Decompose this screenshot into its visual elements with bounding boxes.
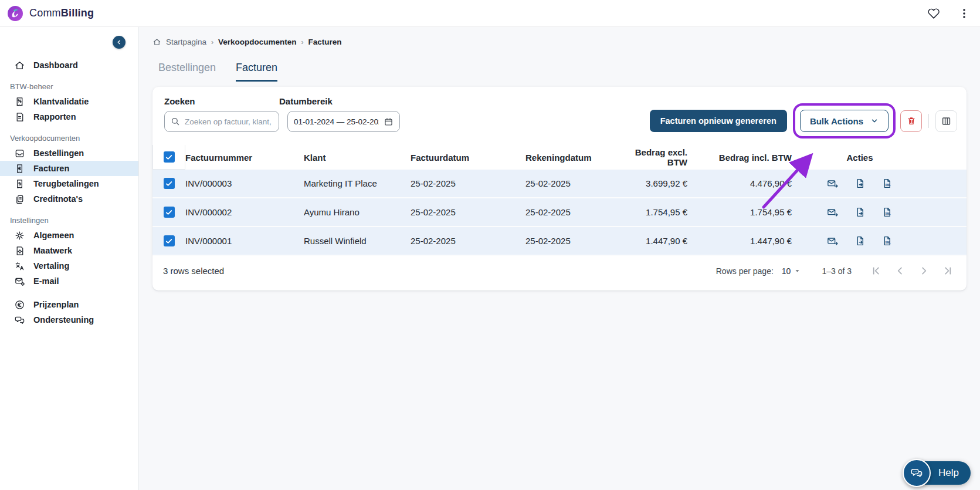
svg-text:XML: XML [885, 184, 891, 187]
cell-invoice-number: INV/000002 [185, 207, 304, 217]
sidebar-item-creditnotas[interactable]: Creditnota's [0, 191, 138, 207]
last-page-icon [942, 265, 954, 276]
file-export-icon [854, 235, 866, 246]
select-all-checkbox[interactable] [164, 151, 175, 163]
cell-client: Ayumu Hirano [304, 207, 411, 217]
last-page-button[interactable] [942, 265, 954, 276]
export-xml-button[interactable]: XML [881, 178, 893, 190]
more-menu-button[interactable] [958, 6, 971, 21]
export-pdf-button[interactable] [854, 207, 866, 218]
row-checkbox[interactable] [164, 178, 175, 189]
date-range-label: Datumbereik [279, 96, 400, 106]
delete-selected-button[interactable] [900, 110, 922, 132]
search-icon [171, 117, 180, 126]
file-export-icon [854, 178, 866, 189]
sidebar-item-rapporten[interactable]: Rapporten [0, 109, 138, 124]
mail-send-icon [827, 178, 839, 190]
sidebar-group-verkoop: Verkoopdocumenten [0, 130, 138, 146]
date-range-input[interactable] [294, 117, 379, 126]
sidebar-item-ondersteuning[interactable]: Ondersteuning [0, 312, 138, 327]
table-row[interactable]: INV/000002 Ayumu Hirano 25-02-2025 25-02… [152, 198, 967, 227]
sidebar-item-bestellingen[interactable]: Bestellingen [0, 146, 138, 161]
sidebar-item-facturen[interactable]: Facturen [0, 161, 138, 176]
sidebar-item-label: Prijzenplan [33, 300, 79, 309]
cell-billing-date: 25-02-2025 [525, 207, 613, 217]
send-email-button[interactable] [827, 178, 839, 190]
table-row[interactable]: INV/000003 Marketing IT Place 25-02-2025… [152, 170, 967, 198]
sidebar-item-label: Maatwerk [33, 246, 72, 255]
header-rekeningdatum: Rekeningdatum [525, 153, 613, 163]
table-row[interactable]: INV/000001 Russell Winfield 25-02-2025 2… [152, 227, 967, 256]
bulk-actions-button[interactable]: Bulk Actions [800, 110, 889, 132]
table-footer: 3 rows selected Rows per page: 10 1–3 of… [152, 256, 967, 288]
rows-per-page-label: Rows per page: [716, 266, 774, 276]
invoice-euro-icon [14, 163, 25, 174]
search-input[interactable] [185, 117, 273, 126]
chevron-right-icon [918, 265, 930, 276]
row-checkbox[interactable] [164, 235, 175, 246]
cell-client: Russell Winfield [304, 236, 411, 246]
kebab-menu-icon [959, 8, 969, 19]
sidebar-item-maatwerk[interactable]: Maatwerk [0, 243, 138, 258]
export-pdf-button[interactable] [854, 178, 866, 190]
sidebar-group-instellingen: Instellingen [0, 212, 138, 228]
app-logo[interactable]: CommBilling [7, 5, 94, 22]
chevron-down-icon [870, 117, 879, 125]
sidebar-item-label: Terugbetalingen [33, 179, 99, 188]
cell-amount-incl: 4.476,90 € [692, 178, 796, 188]
chevron-left-icon [894, 265, 906, 276]
chevron-left-icon [116, 39, 123, 46]
help-button[interactable]: Help [906, 461, 971, 485]
sidebar-item-email[interactable]: E-mail [0, 273, 138, 289]
header-factuurdatum: Factuurdatum [411, 153, 525, 163]
send-email-button[interactable] [827, 235, 839, 247]
breadcrumb-separator: › [211, 38, 213, 46]
rows-per-page-select[interactable]: 10 [782, 266, 801, 276]
row-checkbox[interactable] [164, 207, 175, 218]
cell-invoice-number: INV/000003 [185, 178, 304, 188]
regenerate-invoices-button[interactable]: Facturen opnieuw genereren [650, 110, 787, 132]
inbox-icon [14, 148, 25, 159]
sidebar-item-klantvalidatie[interactable]: Klantvalidatie [0, 94, 138, 109]
credit-notes-icon [14, 194, 25, 205]
help-chat-icon [903, 459, 931, 487]
column-settings-button[interactable] [935, 110, 957, 132]
search-field[interactable] [164, 111, 279, 132]
export-xml-button[interactable]: XML [881, 235, 893, 247]
date-range-field[interactable] [287, 111, 400, 132]
app-title: CommBilling [29, 7, 94, 19]
mail-gear-icon [14, 276, 25, 287]
favorites-button[interactable] [926, 6, 941, 21]
breadcrumb-startpagina[interactable]: Startpagina [166, 38, 206, 46]
header-factuurnummer: Factuurnummer [185, 153, 304, 163]
invoices-card: Zoeken Datumbereik [152, 87, 967, 290]
cell-amount-excl: 1.754,95 € [613, 207, 692, 217]
file-export-icon [854, 207, 866, 218]
sidebar-item-label: E-mail [33, 276, 59, 286]
svg-text:XML: XML [885, 212, 891, 215]
pagination [870, 265, 954, 276]
cell-amount-incl: 1.447,90 € [692, 236, 796, 246]
trash-icon [906, 116, 917, 126]
check-icon [165, 180, 173, 188]
sidebar-item-dashboard[interactable]: Dashboard [0, 58, 138, 73]
tab-facturen[interactable]: Facturen [236, 62, 277, 82]
file-xml-icon: XML [881, 207, 893, 218]
header-bedrag-excl: Bedrag excl. BTW [613, 147, 692, 167]
sidebar-item-vertaling[interactable]: Vertaling [0, 258, 138, 273]
tab-bestellingen[interactable]: Bestellingen [158, 62, 216, 82]
send-email-button[interactable] [827, 207, 839, 218]
cell-invoice-number: INV/000001 [185, 236, 304, 246]
sidebar-collapse-button[interactable] [113, 36, 126, 49]
sidebar-item-terugbetalingen[interactable]: Terugbetalingen [0, 176, 138, 191]
sidebar-item-algemeen[interactable]: Algemeen [0, 228, 138, 243]
next-page-button[interactable] [918, 265, 930, 276]
export-xml-button[interactable]: XML [881, 207, 893, 218]
export-pdf-button[interactable] [854, 235, 866, 247]
first-page-button[interactable] [870, 265, 881, 276]
breadcrumb-verkoopdocumenten[interactable]: Verkoopdocumenten [218, 38, 297, 46]
check-icon [165, 153, 173, 161]
sidebar-item-prijzenplan[interactable]: Prijzenplan [0, 297, 138, 312]
prev-page-button[interactable] [894, 265, 906, 276]
sidebar-item-label: Bestellingen [33, 148, 84, 158]
